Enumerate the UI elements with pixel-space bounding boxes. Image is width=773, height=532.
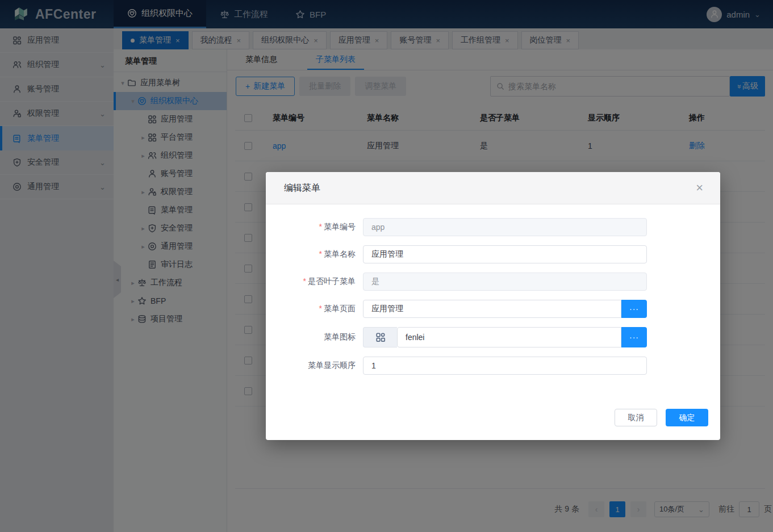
field-label: 是否叶子菜单 <box>308 277 356 286</box>
form-row-menu-page: *菜单页面 ··· <box>266 300 720 318</box>
dialog-footer: 取消 确定 <box>266 409 720 440</box>
required-mark: * <box>303 277 306 286</box>
dialog-body: *菜单编号 *菜单名称 *是否叶子菜单 *菜单页面 ··· 菜单图标 <box>266 204 720 409</box>
field-label: 菜单名称 <box>324 249 356 258</box>
app-window: AFCenter 组织权限中心 工作流程 BFP admin ⌄ 应用管理 <box>0 0 773 532</box>
required-mark: * <box>319 222 322 231</box>
menu-icon-preview <box>363 327 397 347</box>
required-mark: * <box>319 304 322 313</box>
menu-icon-picker-button[interactable]: ··· <box>621 327 647 347</box>
form-row-menu-name: *菜单名称 <box>266 245 720 263</box>
cancel-button[interactable]: 取消 <box>615 409 657 426</box>
menu-page-picker-button[interactable]: ··· <box>621 300 647 318</box>
ellipsis-icon: ··· <box>629 304 639 313</box>
form-row-menu-no: *菜单编号 <box>266 218 720 236</box>
grid-icon <box>375 332 386 342</box>
field-label: 菜单显示顺序 <box>308 361 356 370</box>
dialog-title: 编辑菜单 <box>284 182 320 194</box>
close-icon[interactable]: × <box>696 182 703 194</box>
form-row-display-order: 菜单显示顺序 <box>266 357 720 375</box>
menu-page-field[interactable] <box>363 300 621 318</box>
form-row-is-leaf: *是否叶子菜单 <box>266 273 720 291</box>
edit-menu-dialog: 编辑菜单 × *菜单编号 *菜单名称 *是否叶子菜单 *菜单页面 ··· <box>266 172 720 440</box>
dialog-header: 编辑菜单 × <box>266 172 720 204</box>
required-mark: * <box>319 249 322 258</box>
display-order-field[interactable] <box>363 357 647 375</box>
field-label: 菜单编号 <box>324 222 356 231</box>
field-label: 菜单图标 <box>324 332 356 341</box>
menu-icon-field[interactable] <box>397 327 621 347</box>
form-row-menu-icon: 菜单图标 ··· <box>266 327 720 347</box>
confirm-button[interactable]: 确定 <box>666 409 708 426</box>
is-leaf-field <box>363 273 647 291</box>
menu-no-field <box>363 218 647 236</box>
menu-name-field[interactable] <box>363 245 647 263</box>
ellipsis-icon: ··· <box>629 333 639 342</box>
field-label: 菜单页面 <box>324 304 356 313</box>
